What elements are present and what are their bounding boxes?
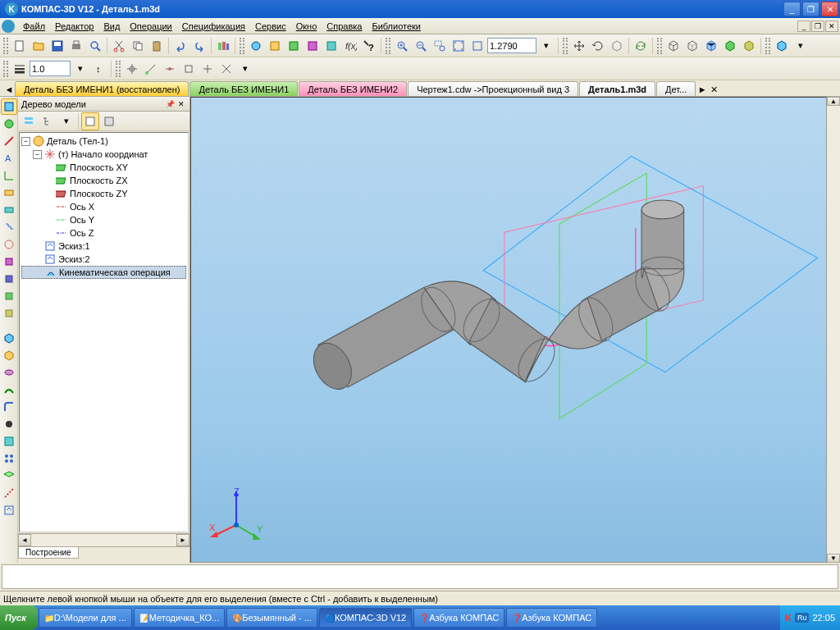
vtool-plane[interactable] <box>1 468 17 484</box>
vtool-1[interactable] <box>1 116 17 132</box>
scale-dropdown[interactable]: ▾ <box>71 60 89 78</box>
vtool-sketch[interactable] <box>1 502 17 518</box>
tree-body[interactable]: −Деталь (Тел-1) −(т) Начало координат Пл… <box>19 132 189 532</box>
vtool-revolve[interactable] <box>1 364 17 381</box>
vtool-fillet[interactable] <box>1 399 17 415</box>
scroll-right[interactable]: ► <box>176 534 189 546</box>
menu-edit[interactable]: Редактор <box>50 20 98 33</box>
view-cube-button[interactable] <box>773 37 791 55</box>
copy-button[interactable] <box>129 37 147 55</box>
vtool-hole[interactable] <box>1 416 17 432</box>
tree-tb-1[interactable] <box>20 112 38 130</box>
perspective-button[interactable] <box>740 37 758 55</box>
vtool-sweep[interactable] <box>1 381 17 398</box>
vtool-8[interactable] <box>1 236 17 253</box>
toolbar-grip[interactable] <box>386 38 390 54</box>
menu-window[interactable]: Окно <box>291 20 322 33</box>
menu-spec[interactable]: Спецификация <box>177 20 250 33</box>
tree-pin-button[interactable]: 📌 <box>165 99 175 109</box>
vtool-pattern[interactable] <box>1 450 17 467</box>
snap-dropdown[interactable]: ▾ <box>236 60 254 78</box>
doc-tab-2[interactable]: Деталь БЕЗ ИМЕНИ2 <box>299 81 407 96</box>
language-indicator[interactable]: Ru <box>795 613 810 623</box>
save-button[interactable] <box>48 37 66 55</box>
taskbar-item-1[interactable]: 📝 Методичка_КО... <box>134 608 225 628</box>
vtool-11[interactable] <box>1 288 17 304</box>
pan-button[interactable] <box>570 37 588 55</box>
tab-nav-left[interactable]: ◄ <box>3 83 15 96</box>
tree-tb-4[interactable] <box>100 112 118 130</box>
tray-clock[interactable]: 22:05 <box>812 613 835 623</box>
cut-button[interactable] <box>110 37 128 55</box>
tool-a[interactable] <box>247 37 265 55</box>
menu-service[interactable]: Сервис <box>250 20 291 33</box>
tree-origin[interactable]: (т) Начало координат <box>58 149 148 159</box>
toolbar-grip[interactable] <box>3 61 8 77</box>
doc-tab-5[interactable]: Дет... <box>656 81 696 96</box>
doc-tab-3[interactable]: Чертеж1.cdw ->Проекционный вид 3 <box>408 81 578 96</box>
toolbar-grip[interactable] <box>563 38 568 54</box>
open-button[interactable] <box>30 37 48 55</box>
tree-sketch-1[interactable]: Эскиз:1 <box>58 241 90 251</box>
vtool-axis[interactable] <box>1 485 17 501</box>
tree-close-button[interactable]: ✕ <box>176 99 186 109</box>
menu-operations[interactable]: Операции <box>125 20 176 33</box>
menu-help[interactable]: Справка <box>322 20 367 33</box>
paste-button[interactable] <box>148 37 166 55</box>
tree-tb-dropdown[interactable]: ▾ <box>57 112 75 130</box>
tab-close[interactable]: ✕ <box>708 83 719 96</box>
tree-sketch-2[interactable]: Эскиз:2 <box>58 254 90 264</box>
preview-button[interactable] <box>86 37 104 55</box>
doc-tab-4[interactable]: Деталь1.m3d <box>579 81 655 96</box>
doc-tab-0[interactable]: Деталь БЕЗ ИМЕНИ1 (восстановлен) <box>15 81 189 96</box>
refresh-button[interactable] <box>632 37 650 55</box>
toolbar-grip[interactable] <box>240 38 244 54</box>
library-button[interactable] <box>214 37 232 55</box>
zoom-out-button[interactable] <box>412 37 430 55</box>
restore-button[interactable]: ❐ <box>802 2 819 16</box>
scroll-up[interactable]: ▲ <box>827 97 840 106</box>
vtool-shell[interactable] <box>1 433 17 450</box>
tool-d[interactable] <box>304 37 322 55</box>
snap-f[interactable] <box>217 60 235 78</box>
snap-a[interactable] <box>123 60 141 78</box>
help-button[interactable]: ? <box>360 37 378 55</box>
tree-plane-zx[interactable]: Плоскость ZX <box>70 176 128 185</box>
tree-toggle[interactable]: − <box>33 150 42 159</box>
new-button[interactable] <box>11 37 29 55</box>
zoom-prev-button[interactable] <box>468 37 486 55</box>
zoom-all-button[interactable] <box>450 37 468 55</box>
tree-tab-build[interactable]: Построение <box>18 547 79 559</box>
mdi-close[interactable]: ✕ <box>825 21 838 32</box>
menu-view[interactable]: Вид <box>98 20 125 33</box>
scroll-down[interactable]: ▼ <box>827 554 840 563</box>
tool-fx[interactable]: f(x) <box>341 37 359 55</box>
view-dropdown[interactable]: ▾ <box>792 37 810 55</box>
scale-input[interactable] <box>30 61 71 76</box>
minimize-button[interactable]: _ <box>783 2 801 16</box>
tab-nav-right[interactable]: ► <box>696 83 708 96</box>
toolbar-grip[interactable] <box>116 61 121 77</box>
tree-plane-xy[interactable]: Плоскость XY <box>70 162 128 172</box>
taskbar-item-5[interactable]: ❓ Азбука КОМПАС <box>506 608 597 628</box>
vtool-4[interactable] <box>1 167 17 184</box>
tree-toggle[interactable]: − <box>21 137 30 146</box>
orient-button[interactable] <box>608 37 626 55</box>
viewport-vscroll[interactable]: ▲ ▼ <box>827 97 840 563</box>
snap-e[interactable] <box>199 60 217 78</box>
redo-button[interactable] <box>190 37 208 55</box>
scroll-left[interactable]: ◄ <box>18 534 31 546</box>
step-down[interactable]: ↕ <box>90 60 108 78</box>
linewidth-button[interactable] <box>11 60 29 78</box>
vtool-6[interactable] <box>1 202 17 218</box>
vtool-5[interactable] <box>1 185 17 201</box>
tree-axis-z[interactable]: Ось Z <box>70 228 94 238</box>
taskbar-item-4[interactable]: ❓ Азбука КОМПАС <box>413 608 504 628</box>
vtool-3[interactable]: A <box>1 150 17 167</box>
vtool-select[interactable] <box>1 98 17 115</box>
tray-kaspersky-icon[interactable]: K <box>785 613 792 623</box>
zoom-input[interactable] <box>487 38 536 53</box>
tool-b[interactable] <box>266 37 284 55</box>
zoom-window-button[interactable] <box>431 37 449 55</box>
property-bar[interactable] <box>2 564 838 589</box>
